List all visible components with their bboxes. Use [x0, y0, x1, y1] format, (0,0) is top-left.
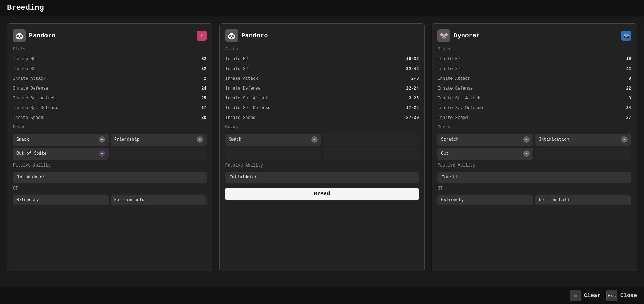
- moves-grid-2: Scratch ● Intimidation ● Cut ●: [437, 134, 631, 160]
- passive-box-1: Intimidator: [225, 172, 419, 183]
- move-icon-2-0: ●: [523, 136, 530, 143]
- stat-row-0-2: Innate Attack 2: [13, 76, 207, 82]
- move-name-0-0: Smack: [16, 137, 29, 142]
- move-slot-2-1[interactable]: Intimidation ●: [535, 134, 631, 146]
- header-bar: Breeding: [0, 0, 644, 16]
- move-slot-2-3[interactable]: [535, 148, 631, 160]
- ot-grid-0: 0xfrenchy No item held: [13, 195, 207, 205]
- card-icon-2: 🐭: [437, 29, 450, 42]
- stat-value-2-0: 16: [626, 57, 631, 62]
- stat-label-2-4: Innate Sp. Attack: [437, 96, 480, 101]
- stat-value-2-4: 3: [629, 96, 631, 101]
- clear-label: Clear: [584, 292, 601, 299]
- stat-row-1-6: Innate Speed 27-30: [225, 115, 419, 121]
- stats-label-2: Stats: [437, 47, 631, 52]
- move-icon-1-0: ●: [311, 136, 318, 143]
- stat-row-2-5: Innate Sp. Defense 24: [437, 105, 631, 111]
- card-name-1: Pandoro: [241, 32, 419, 39]
- stat-label-0-3: Innate Defense: [13, 86, 48, 91]
- stat-row-1-1: Innate SP 32-42: [225, 66, 419, 72]
- stat-row-0-0: Innate HP 32: [13, 56, 207, 62]
- stat-label-0-1: Innate SP: [13, 66, 36, 71]
- card-card-left: 🐼 Pandoro ♀ Stats Innate HP 32 Innate SP…: [7, 23, 212, 271]
- clear-button[interactable]: 🖥 Clear: [570, 290, 601, 301]
- ot-label-2: OT: [437, 186, 631, 191]
- card-header-2: 🐭 Dynorat 📷: [437, 29, 631, 42]
- stat-value-1-1: 32-42: [406, 66, 419, 71]
- stat-row-1-2: Innate Attack 2-8: [225, 76, 419, 82]
- stat-label-2-3: Innate Defense: [437, 86, 473, 91]
- main-area: 🐼 Pandoro ♀ Stats Innate HP 32 Innate SP…: [0, 16, 644, 278]
- stat-value-2-3: 22: [626, 86, 631, 91]
- stat-label-2-0: Innate HP: [437, 57, 460, 62]
- card-name-2: Dynorat: [454, 32, 618, 39]
- move-name-1-0: Smack: [229, 137, 241, 142]
- card-name-0: Pandoro: [29, 32, 193, 39]
- stat-row-0-3: Innate Defense 24: [13, 85, 207, 92]
- card-header-1: 🐼 Pandoro: [225, 29, 419, 42]
- stat-value-0-5: 17: [201, 106, 206, 111]
- close-button[interactable]: Esc Close: [606, 290, 637, 301]
- move-slot-0-2[interactable]: Out of Spite ●: [13, 148, 109, 160]
- stat-value-0-6: 30: [201, 115, 206, 120]
- stat-value-1-5: 17-24: [406, 106, 419, 111]
- stat-row-0-1: Innate SP 32: [13, 66, 207, 72]
- moves-label-2: Moves: [437, 125, 631, 129]
- stat-row-1-0: Innate HP 16-32: [225, 56, 419, 62]
- stat-label-2-6: Innate Speed: [437, 115, 468, 120]
- stat-label-2-1: Innate SP: [437, 66, 460, 71]
- stat-value-1-4: 3-25: [409, 96, 419, 101]
- move-slot-0-1[interactable]: Friendship ●: [111, 134, 207, 146]
- ot-grid-2: 0xfrenchy No item held: [437, 195, 631, 205]
- move-icon-0-1: ●: [197, 136, 203, 143]
- stat-row-2-6: Innate Speed 27: [437, 115, 631, 121]
- bottom-bar: 🖥 Clear Esc Close: [0, 287, 644, 304]
- stat-value-1-3: 22-24: [406, 86, 419, 91]
- stat-row-1-3: Innate Defense 22-24: [225, 85, 419, 92]
- breed-button[interactable]: Breed: [225, 188, 419, 200]
- move-slot-1-2[interactable]: [225, 148, 321, 160]
- move-slot-1-0[interactable]: Smack ●: [225, 134, 321, 146]
- move-icon-0-0: ●: [99, 136, 105, 143]
- stat-value-0-1: 32: [201, 66, 206, 71]
- card-badge-2: 📷: [621, 31, 631, 41]
- passive-box-2: Torrid: [437, 172, 631, 183]
- move-slot-1-1[interactable]: [323, 134, 419, 146]
- move-slot-2-0[interactable]: Scratch ●: [437, 134, 533, 146]
- stat-row-0-6: Innate Speed 30: [13, 115, 207, 121]
- move-slot-0-3[interactable]: [111, 148, 207, 160]
- stat-row-2-3: Innate Defense 22: [437, 85, 631, 92]
- card-card-right: 🐭 Dynorat 📷 Stats Innate HP 16 Innate SP…: [432, 23, 637, 271]
- stat-label-1-4: Innate Sp. Attack: [225, 96, 268, 101]
- stats-label-1: Stats: [225, 47, 419, 52]
- passive-box-0: Intimidator: [13, 172, 207, 183]
- stat-label-0-6: Innate Speed: [13, 115, 43, 120]
- stat-row-0-4: Innate Sp. Attack 25: [13, 95, 207, 101]
- card-icon-0: 🐼: [13, 29, 26, 42]
- stat-value-2-2: 8: [629, 76, 631, 81]
- move-slot-2-2[interactable]: Cut ●: [437, 148, 533, 160]
- stat-label-0-2: Innate Attack: [13, 76, 46, 81]
- stat-row-1-5: Innate Sp. Defense 17-24: [225, 105, 419, 111]
- item-value-0: No item held: [111, 195, 207, 205]
- stat-value-0-3: 24: [201, 86, 206, 91]
- move-slot-1-3[interactable]: [323, 148, 419, 160]
- item-value-2: No item held: [535, 195, 631, 205]
- stat-value-0-0: 32: [201, 57, 206, 62]
- page-title: Breeding: [7, 3, 44, 12]
- card-card-center: 🐼 Pandoro Stats Innate HP 16-32 Innate S…: [219, 23, 425, 271]
- stat-value-1-6: 27-30: [406, 115, 419, 120]
- move-slot-0-0[interactable]: Smack ●: [13, 134, 109, 146]
- stat-label-1-3: Innate Defense: [225, 86, 261, 91]
- moves-label-0: Moves: [13, 125, 207, 129]
- stat-value-2-6: 27: [626, 115, 631, 120]
- stat-row-2-4: Innate Sp. Attack 3: [437, 95, 631, 101]
- stat-row-0-5: Innate Sp. Defense 17: [13, 105, 207, 111]
- ot-label-0: OT: [13, 186, 207, 191]
- stats-label-0: Stats: [13, 47, 207, 52]
- move-name-2-0: Scratch: [441, 137, 458, 142]
- card-icon-1: 🐼: [225, 29, 238, 42]
- stat-label-1-0: Innate HP: [225, 57, 248, 62]
- close-label: Close: [620, 292, 637, 299]
- move-name-2-1: Intimidation: [539, 137, 569, 142]
